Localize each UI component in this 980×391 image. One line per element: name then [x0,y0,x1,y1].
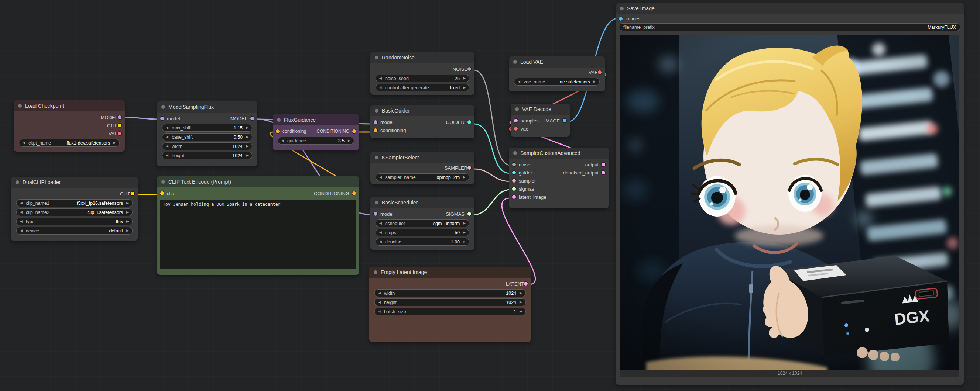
widget-clip-name2[interactable]: ◀ clip_name2 clip_l.safetensors ▶ [16,208,132,216]
output-port-clip[interactable] [131,192,134,195]
left-arrow-icon[interactable]: ◀ [20,229,22,233]
output-port-clip[interactable] [118,123,121,127]
node-titlebar[interactable]: CLIP Text Encode (Prompt) [157,176,359,187]
output-port-vae[interactable] [598,70,601,74]
widget-width[interactable]: ◀ width 1024 ▶ [162,142,252,150]
left-arrow-icon[interactable]: ◀ [20,220,22,223]
node-titlebar[interactable]: Save Image [616,3,964,14]
right-arrow-icon[interactable]: ▶ [463,77,466,80]
right-arrow-icon[interactable]: ▶ [463,222,466,225]
output-port-model[interactable] [118,116,121,119]
input-port-conditioning[interactable] [276,130,280,133]
widget-height[interactable]: ◀ height 1024 ▶ [162,152,252,159]
node-titlebar[interactable]: SamplerCustomAdvanced [509,147,609,158]
input-port-clip[interactable] [160,192,164,195]
right-arrow-icon[interactable]: ▶ [246,145,248,148]
collapse-dot[interactable] [515,107,519,111]
collapse-dot[interactable] [16,180,19,184]
right-arrow-icon[interactable]: ▶ [463,176,466,179]
input-port-latent-image[interactable] [512,195,516,199]
collapse-dot[interactable] [375,156,379,159]
right-arrow-icon[interactable]: ▶ [463,231,466,234]
widget-sampler-name[interactable]: ◀ sampler_name dpmpp_2m ▶ [375,173,469,181]
node-graph-canvas[interactable]: Load Checkpoint MODEL CLIP VAE ◀ ckpt_na… [0,0,980,391]
right-arrow-icon[interactable]: ▶ [126,220,129,223]
collapse-dot[interactable] [375,56,379,59]
node-random-noise[interactable]: RandomNoise NOISE ◀ noise_seed 25 ▶ ◀ co… [371,52,474,95]
right-arrow-icon[interactable]: ▶ [520,301,522,304]
collapse-dot[interactable] [18,104,22,108]
input-port-model[interactable] [374,120,377,124]
widget-device[interactable]: ◀ device default ▶ [16,227,132,234]
left-arrow-icon[interactable]: ◀ [166,126,169,130]
node-titlebar[interactable]: ModelSamplingFlux [157,101,258,112]
collapse-dot[interactable] [513,151,517,155]
widget-denoise[interactable]: ◀ denoise 1.00 ▶ [375,238,469,246]
node-titlebar[interactable]: BasicScheduler [371,197,474,208]
node-load-checkpoint[interactable]: Load Checkpoint MODEL CLIP VAE ◀ ckpt_na… [14,100,125,152]
input-port-sigmas[interactable] [512,187,516,191]
node-model-sampling-flux[interactable]: ModelSamplingFlux model MODEL ◀ max_shif… [157,101,258,166]
collapse-dot[interactable] [277,118,281,122]
node-titlebar[interactable]: BasicGuider [371,105,474,116]
right-arrow-icon[interactable]: ▶ [126,211,129,214]
right-arrow-icon[interactable]: ▶ [520,291,522,295]
node-basic-guider[interactable]: BasicGuider model GUIDER conditioning [371,105,474,138]
collapse-dot[interactable] [375,201,379,204]
widget-scheduler[interactable]: ◀ scheduler sgm_uniform ▶ [375,220,469,227]
widget-width[interactable]: ◀ width 1024 ▶ [374,289,526,297]
widget-clip-name1[interactable]: ◀ clip_name1 t5xxl_fp16.safetensors ▶ [16,199,132,207]
collapse-dot[interactable] [620,6,624,10]
left-arrow-icon[interactable]: ◀ [20,201,22,205]
collapse-dot[interactable] [375,109,379,112]
node-titlebar[interactable]: VAE Decode [511,104,570,115]
input-port-sampler[interactable] [512,179,516,183]
widget-filename-prefix[interactable]: filename_prefix MarkuryFLUX [619,23,961,31]
output-port-model[interactable] [250,117,254,120]
left-arrow-icon[interactable]: ◀ [166,135,169,139]
left-arrow-icon[interactable]: ◀ [518,80,520,83]
left-arrow-icon[interactable]: ◀ [378,310,381,313]
right-arrow-icon[interactable]: ▶ [126,229,129,233]
input-port-model[interactable] [160,117,164,120]
input-port-guider[interactable] [512,171,516,174]
node-titlebar[interactable]: KSamplerSelect [371,152,474,163]
node-sampler-custom-advanced[interactable]: SamplerCustomAdvanced noise output guide… [509,147,609,208]
node-empty-latent-image[interactable]: Empty Latent Image LATENT ◀ width 1024 ▶… [369,267,531,342]
node-titlebar[interactable]: Empty Latent Image [369,267,531,278]
output-port-guider[interactable] [468,120,471,124]
left-arrow-icon[interactable]: ◀ [20,211,22,214]
node-basic-scheduler[interactable]: BasicScheduler model SIGMAS ◀ scheduler … [371,197,474,250]
node-clip-text-encode[interactable]: CLIP Text Encode (Prompt) clip CONDITION… [157,176,359,275]
output-port-conditioning[interactable] [352,130,356,133]
node-titlebar[interactable]: RandomNoise [371,52,474,63]
output-port-image[interactable] [563,119,566,122]
node-titlebar[interactable]: Load Checkpoint [14,100,125,111]
node-flux-guidance[interactable]: FluxGuidance conditioning CONDITIONING ◀… [272,114,359,150]
right-arrow-icon[interactable]: ▶ [246,135,248,139]
input-port-conditioning[interactable] [374,128,377,132]
widget-steps[interactable]: ◀ steps 50 ▶ [375,229,469,236]
output-port-conditioning[interactable] [352,192,356,195]
node-dual-clip-loader[interactable]: DualCLIPLoader CLIP ◀ clip_name1 t5xxl_f… [11,177,138,241]
widget-vae-name[interactable]: ◀ vae_name ae.safetensors ▶ [514,78,600,85]
node-ksampler-select[interactable]: KSamplerSelect SAMPLER ◀ sampler_name dp… [371,152,474,184]
right-arrow-icon[interactable]: ▶ [348,139,350,142]
node-vae-decode[interactable]: VAE Decode samples IMAGE vae [511,104,570,137]
output-port-sigmas[interactable] [468,212,471,216]
input-port-vae[interactable] [514,127,518,131]
widget-guidance[interactable]: ◀ guidance 3.5 ▶ [278,137,354,145]
left-arrow-icon[interactable]: ◀ [379,240,382,244]
collapse-dot[interactable] [513,60,517,64]
output-port-latent[interactable] [524,282,528,285]
widget-batch-size[interactable]: ◀ batch_size 1 ▶ [374,308,526,315]
right-arrow-icon[interactable]: ▶ [463,86,466,89]
left-arrow-icon[interactable]: ◀ [282,139,284,142]
output-port-denoised-output[interactable] [601,171,605,174]
right-arrow-icon[interactable]: ▶ [246,126,248,130]
collapse-dot[interactable] [161,105,165,109]
left-arrow-icon[interactable]: ◀ [166,145,169,148]
input-port-noise[interactable] [512,163,516,166]
input-port-model[interactable] [374,212,377,216]
widget-height[interactable]: ◀ height 1024 ▶ [374,298,526,306]
